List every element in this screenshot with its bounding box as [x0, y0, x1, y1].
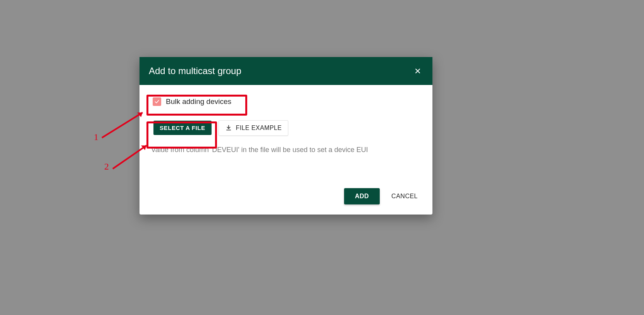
hint-text: Value from column 'DEVEUI' in the file w… [151, 146, 421, 154]
file-example-label: FILE EXAMPLE [236, 125, 282, 132]
file-example-button[interactable]: FILE EXAMPLE [219, 120, 289, 136]
bulk-adding-checkbox[interactable] [153, 97, 161, 106]
dialog-actions: ADD CANCEL [139, 180, 432, 215]
dialog-title: Add to multicast group [149, 66, 241, 76]
cancel-button[interactable]: CANCEL [388, 188, 421, 204]
select-file-button[interactable]: SELECT A FILE [153, 121, 212, 135]
download-icon [225, 125, 232, 132]
file-row: SELECT A FILE FILE EXAMPLE [151, 118, 421, 137]
bulk-adding-checkbox-label: Bulk adding devices [166, 97, 231, 106]
close-button[interactable] [412, 66, 423, 76]
select-file-wrap: SELECT A FILE [151, 118, 214, 137]
annotation-label-2: 2 [104, 161, 109, 172]
svg-line-1 [102, 112, 143, 138]
add-to-multicast-dialog: Add to multicast group Bulk adding devic… [139, 57, 432, 215]
annotation-label-1: 1 [94, 132, 98, 142]
dialog-header: Add to multicast group [139, 57, 432, 85]
close-icon [414, 67, 422, 75]
add-button[interactable]: ADD [344, 188, 380, 204]
check-icon [154, 99, 160, 105]
dialog-body: Bulk adding devices SELECT A FILE FILE E… [139, 85, 432, 158]
bulk-adding-checkbox-row[interactable]: Bulk adding devices [151, 96, 236, 107]
